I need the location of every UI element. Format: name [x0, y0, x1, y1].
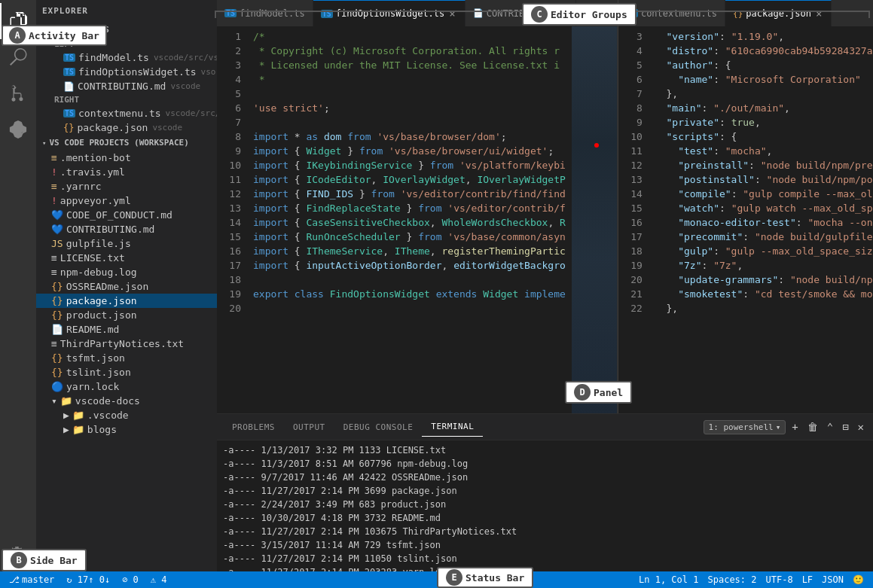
sidebar-item-npm-debug[interactable]: ≡ npm-debug.log [36, 265, 217, 279]
sidebar-item-license[interactable]: ≡ LICENSE.txt [36, 251, 217, 265]
sidebar-item-travis[interactable]: ! .travis.yml [36, 165, 217, 179]
terminal-chevron-up-icon[interactable]: ⌃ [824, 419, 836, 434]
activity-bar-source-control-icon[interactable] [0, 75, 36, 111]
sidebar-item-tslint[interactable]: {} tslint.json [36, 365, 217, 379]
file-icon-travis: ! [51, 166, 57, 178]
terminal-line: -a---- 2/24/2017 3:49 PM 683 product.jso… [223, 498, 867, 511]
status-encoding[interactable]: UTF-8 [763, 574, 796, 585]
yarn-icon: 🔵 [51, 381, 63, 392]
sidebar-item-contextmenu[interactable]: TS contextmenu.ts vscode/src/... [48, 106, 217, 120]
sidebar-contributing-name: CONTRIBUTING.md [78, 81, 166, 92]
terminal-dropdown-btn[interactable]: 1: powershell ▾ [704, 420, 786, 434]
panel-split-icon[interactable]: ⊟ [839, 419, 851, 434]
workspace-arrow: ▾ [42, 139, 46, 147]
sidebar-package-json-name: package.json [77, 122, 148, 133]
status-spaces[interactable]: Spaces: 2 [704, 574, 759, 585]
md-icon-readme: 📄 [51, 324, 63, 335]
sidebar-item-gulpfile[interactable]: JS gulpfile.js [36, 236, 217, 251]
tab-package-json-close[interactable]: × [814, 8, 823, 20]
sidebar: EXPLORER ▾ OPEN EDITORS LEFT TS findMode… [36, 0, 217, 571]
sidebar-tslint: tslint.json [66, 367, 131, 378]
left-minimap [572, 26, 617, 413]
status-sync[interactable]: ↻ 17↑ 0↓ [63, 574, 113, 585]
sidebar-item-ossreadme[interactable]: {} OSSREADme.json [36, 279, 217, 294]
status-line-ending[interactable]: LF [799, 574, 816, 585]
vscode-docs-arrow: ▾ [51, 395, 57, 407]
sidebar-npm-debug: npm-debug.log [60, 267, 137, 278]
workspace-group[interactable]: ▾ VS CODE PROJECTS (WORKSPACE) [36, 135, 217, 151]
annotation-a: A Activity Bar [2, 25, 107, 46]
sidebar-item-mention-bot[interactable]: ≡ .mention-bot [36, 151, 217, 165]
sidebar-item-readme[interactable]: 📄 README.md [36, 322, 217, 337]
annotation-c-text: Editor Groups [551, 9, 627, 20]
terminal-delete-icon[interactable]: 🗑 [804, 419, 821, 434]
terminal-line: -a---- 11/27/2017 2:14 PM 103675 ThirdPa… [223, 525, 867, 538]
json-icon-pkg: {} [51, 295, 63, 306]
sidebar-contributing: CONTRIBUTING.md [66, 224, 154, 235]
status-branch[interactable]: ⎇ master [6, 574, 57, 585]
sidebar-item-contributing-left[interactable]: 📄 CONTRIBUTING.md vscode [48, 79, 217, 93]
sidebar-item-vscode-docs[interactable]: ▾ 📁 vscode-docs [36, 394, 217, 408]
status-emoji-icon: 🙂 [853, 574, 864, 585]
terminal-dropdown-label: 1: powershell [709, 422, 774, 432]
sidebar-item-coc[interactable]: 💙 CODE_OF_CONDUCT.md [36, 208, 217, 222]
status-sync-label: ↻ 17↑ 0↓ [66, 574, 110, 585]
left-editor-content: 12345 678910 1112131415 1617181920 /* * … [217, 26, 617, 413]
sidebar-vscode: .vscode [87, 410, 129, 421]
status-emoji[interactable]: 🙂 [850, 574, 867, 585]
folder-icon-vscode: 📁 [72, 410, 84, 421]
tab-findoptionswidget[interactable]: TS findOptionsWidget.ts × [313, 0, 465, 26]
sidebar-item-vscode[interactable]: ▶ 📁 .vscode [36, 408, 217, 422]
file-icon-npm: ≡ [51, 267, 57, 278]
sidebar-gulpfile: gulpfile.js [66, 238, 131, 249]
panel: PROBLEMS OUTPUT DEBUG CONSOLE TERMINAL 1… [217, 413, 873, 571]
status-errors[interactable]: ⊘ 0 [119, 574, 142, 585]
sidebar-item-findmodel[interactable]: TS findModel.ts vscode/src/vs/... [48, 50, 217, 65]
panel-tab-problems[interactable]: PROBLEMS [223, 418, 284, 437]
annotation-d: D Panel [565, 381, 632, 404]
app-wrapper: A Activity Bar C Editor Groups B Side Ba… [0, 0, 873, 588]
sidebar-item-package-json[interactable]: {} package.json [36, 294, 217, 308]
sidebar-item-yarnrc[interactable]: ≡ .yarnrc [36, 179, 217, 193]
status-warnings[interactable]: ⚠ 4 [148, 574, 170, 585]
sidebar-item-product[interactable]: {} product.json [36, 308, 217, 322]
terminal-add-icon[interactable]: + [789, 419, 801, 434]
sidebar-item-blogs[interactable]: ▶ 📁 blogs [36, 422, 217, 437]
json-icon-tslint: {} [51, 367, 63, 378]
annotation-b-circle: B [11, 552, 27, 568]
status-position[interactable]: Ln 1, Col 1 [636, 574, 701, 585]
sidebar-item-yarn[interactable]: 🔵 yarn.lock [36, 379, 217, 394]
txt-icon-3p: ≡ [51, 338, 57, 349]
sidebar-item-findoptionswidget[interactable]: TS findOptionsWidget.ts vso... [48, 65, 217, 79]
sidebar-travis: .travis.yml [60, 166, 125, 178]
sidebar-item-contributing[interactable]: 💙 CONTRIBUTING.md [36, 222, 217, 236]
sidebar-ossreadme: OSSREADme.json [66, 281, 149, 292]
activity-bar-extensions-icon[interactable] [0, 111, 36, 148]
folder-icon-mention: ≡ [51, 152, 57, 163]
status-errors-label: ⊘ 0 [122, 574, 139, 585]
md-icon-coc: 💙 [51, 209, 63, 221]
sidebar-appveyor: appveyor.yml [60, 195, 131, 206]
tab-findmodel[interactable]: TS findModel.ts [217, 0, 313, 26]
tab-package-json[interactable]: {} package.json × [725, 0, 832, 26]
sidebar-readme: README.md [66, 324, 119, 335]
md-icon-1: 📄 [63, 81, 75, 92]
sidebar-item-tsfmt[interactable]: {} tsfmt.json [36, 351, 217, 365]
annotation-d-circle: D [574, 384, 591, 401]
tab-findmodel-label: findModel.ts [240, 8, 305, 19]
panel-close-icon[interactable]: ✕ [855, 419, 867, 434]
left-code-content: /* * Copyright (c) Microsoft Corporation… [247, 26, 572, 413]
panel-tabs: PROBLEMS OUTPUT DEBUG CONSOLE TERMINAL 1… [217, 414, 873, 440]
sidebar-contributing-path: vscode [170, 81, 200, 91]
tab-findoptions-close[interactable]: × [447, 8, 456, 20]
sidebar-package-path: vscode [152, 123, 182, 133]
sidebar-item-appveyor[interactable]: ! appveyor.yml [36, 193, 217, 208]
sidebar-item-thirdparty[interactable]: ≡ ThirdPartyNotices.txt [36, 337, 217, 351]
status-encoding-label: UTF-8 [766, 574, 793, 585]
panel-tab-output[interactable]: OUTPUT [284, 418, 334, 437]
status-language[interactable]: JSON [819, 574, 847, 585]
sidebar-item-package-json-open[interactable]: {} package.json vscode [48, 120, 217, 135]
panel-tab-debug[interactable]: DEBUG CONSOLE [334, 418, 423, 437]
panel-tab-terminal[interactable]: TERMINAL [422, 417, 483, 437]
annotation-c: C Editor Groups [522, 3, 636, 26]
